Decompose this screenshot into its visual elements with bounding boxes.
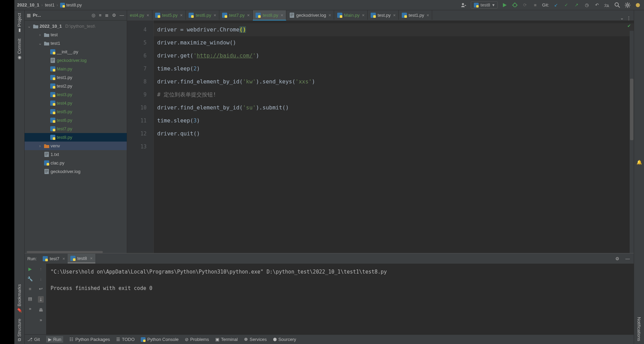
- tree-row[interactable]: test1.py: [25, 73, 127, 82]
- settings-icon[interactable]: ⚙: [111, 12, 117, 18]
- bottom-services[interactable]: ☸Services: [244, 337, 267, 342]
- sidebar-tab-commit[interactable]: ◉ Commit: [14, 36, 24, 63]
- tree-row[interactable]: test5.py: [25, 107, 127, 116]
- layout-icon[interactable]: ▤: [28, 296, 32, 301]
- tree-row[interactable]: geckodriver.log: [25, 167, 127, 176]
- translate-icon[interactable]: 文A: [604, 2, 611, 9]
- tree-row[interactable]: __init__.py: [25, 48, 127, 56]
- scroll-to-end-icon[interactable]: ⤓: [38, 296, 44, 303]
- crumb-folder[interactable]: test1: [45, 2, 54, 8]
- coverage-icon[interactable]: ⟳: [522, 2, 529, 9]
- wrench-icon[interactable]: 🔧: [27, 276, 33, 281]
- user-menu-icon[interactable]: [461, 2, 467, 9]
- close-tab-icon[interactable]: ×: [362, 13, 365, 18]
- editor-tab[interactable]: test7.py×: [219, 10, 253, 20]
- scrollbar-thumb[interactable]: [630, 79, 633, 140]
- close-tab-icon[interactable]: ×: [247, 13, 250, 18]
- tab-chevron-icon[interactable]: ⌄: [620, 15, 624, 21]
- sidebar-tab-bookmarks[interactable]: 🔖 Bookmarks: [14, 281, 24, 316]
- expand-all-icon[interactable]: ≡: [98, 12, 102, 18]
- target-icon[interactable]: ◎: [91, 12, 96, 18]
- hide-panel-icon[interactable]: —: [119, 12, 125, 18]
- editor-tab[interactable]: geckodriver.log×: [286, 10, 334, 20]
- tree-arrow-icon[interactable]: ⌄: [38, 41, 42, 46]
- code-line[interactable]: [154, 140, 634, 153]
- tab-more-icon[interactable]: ⋮: [627, 15, 631, 21]
- editor-tab[interactable]: est4.py×: [127, 10, 152, 20]
- debug-button-icon[interactable]: [511, 2, 518, 9]
- code-line[interactable]: driver.get('http://baidu.com/'): [154, 49, 634, 62]
- chevron-down-icon[interactable]: ⌄: [27, 24, 31, 29]
- bottom-git[interactable]: ⎇Git: [27, 337, 40, 342]
- editor-content[interactable]: driver = webdriver.Chrome()driver.maximi…: [154, 21, 634, 253]
- run-tab[interactable]: test7×: [40, 254, 68, 263]
- bottom-terminal[interactable]: ▣Terminal: [215, 337, 238, 342]
- bottom-console[interactable]: Python Console: [141, 337, 179, 342]
- tree-root[interactable]: ⌄ 2022_10_1 D:\python_test\: [25, 22, 127, 30]
- close-tab-icon[interactable]: ×: [214, 13, 216, 18]
- tree-row[interactable]: test8.py: [25, 133, 127, 142]
- run-output[interactable]: "C:\Users\hold on\AppData\Local\Programs…: [46, 264, 634, 334]
- run-button-icon[interactable]: [501, 2, 508, 9]
- tree-row[interactable]: test3.py: [25, 90, 127, 99]
- git-pull-icon[interactable]: ↙: [552, 2, 559, 9]
- code-line[interactable]: driver.maximize_window(): [154, 36, 634, 49]
- editor-tab[interactable]: test6.py×: [186, 10, 219, 20]
- code-line[interactable]: time.sleep(3): [154, 114, 634, 127]
- tree-row[interactable]: ›test: [25, 30, 127, 39]
- close-icon[interactable]: ×: [63, 256, 65, 261]
- code-line[interactable]: time.sleep(2): [154, 62, 634, 75]
- crumb-file[interactable]: test8.py: [60, 2, 82, 8]
- tree-row[interactable]: test4.py: [25, 99, 127, 107]
- settings-gear-icon[interactable]: [624, 2, 631, 9]
- bottom-sourcery[interactable]: ⬢Sourcery: [273, 337, 296, 342]
- tree-row[interactable]: ⌄test1: [25, 39, 127, 48]
- sidebar-tab-project[interactable]: ▮ Project: [14, 10, 24, 36]
- more-icon[interactable]: »: [40, 317, 42, 322]
- search-icon[interactable]: [614, 2, 621, 9]
- stop-icon[interactable]: ■: [532, 2, 539, 9]
- editor-tab[interactable]: test8.py×: [253, 10, 286, 21]
- crumb-project[interactable]: 2022_10_1: [17, 2, 39, 8]
- tree-arrow-icon[interactable]: ›: [38, 143, 42, 148]
- line-gutter[interactable]: 45678910111213: [127, 21, 154, 253]
- soft-wrap-icon[interactable]: ↩: [39, 286, 43, 291]
- code-line[interactable]: # 定位到表单提交按钮!: [154, 88, 634, 101]
- tree-row[interactable]: test6.py: [25, 116, 127, 124]
- editor-tab[interactable]: test1.py×: [399, 10, 432, 20]
- editor-tab[interactable]: test5.py×: [152, 10, 186, 20]
- tree-row[interactable]: Main.py: [25, 65, 127, 73]
- close-tab-icon[interactable]: ×: [180, 13, 183, 18]
- notifications-bell-icon[interactable]: 🔔: [635, 158, 643, 166]
- tree-row[interactable]: clac.py: [25, 159, 127, 167]
- undo-icon[interactable]: ↶: [593, 2, 600, 9]
- project-view-icon[interactable]: ▦: [27, 13, 31, 18]
- git-push-icon[interactable]: ↗: [573, 2, 580, 9]
- tree-row[interactable]: test7.py: [25, 124, 127, 133]
- project-panel-title[interactable]: Pr...: [33, 13, 89, 18]
- rerun-icon[interactable]: ▶: [28, 266, 32, 272]
- close-tab-icon[interactable]: ×: [427, 13, 429, 18]
- up-icon[interactable]: ↑: [40, 266, 42, 272]
- close-tab-icon[interactable]: ×: [328, 13, 331, 18]
- tree-row[interactable]: test2.py: [25, 82, 127, 90]
- tree-arrow-icon[interactable]: ›: [38, 32, 42, 37]
- stop-icon[interactable]: ■: [29, 286, 31, 291]
- sourcery-icon[interactable]: [634, 2, 641, 9]
- inspection-ok-icon[interactable]: ✔: [627, 23, 631, 28]
- collapse-all-icon[interactable]: ≣: [104, 12, 109, 18]
- close-tab-icon[interactable]: ×: [393, 13, 396, 18]
- more-icon[interactable]: »: [29, 306, 31, 311]
- hide-run-icon[interactable]: —: [624, 255, 631, 262]
- code-line[interactable]: driver.find_element_by_id('kw').send_key…: [154, 75, 634, 88]
- code-line[interactable]: driver.find_element_by_id('su').submit(): [154, 101, 634, 114]
- sidebar-tab-notifications[interactable]: Notifications: [635, 314, 643, 344]
- code-line[interactable]: driver.quit(): [154, 127, 634, 140]
- tree-row[interactable]: 1.txt: [25, 150, 127, 159]
- run-settings-icon[interactable]: ⚙: [614, 255, 621, 262]
- print-icon[interactable]: 🖶: [39, 307, 43, 313]
- bottom-problems[interactable]: ⊘Problems: [185, 337, 209, 342]
- editor-scrollbar[interactable]: [630, 31, 634, 253]
- bottom-run[interactable]: ▶Run: [46, 336, 64, 343]
- run-tab[interactable]: test8×: [68, 254, 95, 263]
